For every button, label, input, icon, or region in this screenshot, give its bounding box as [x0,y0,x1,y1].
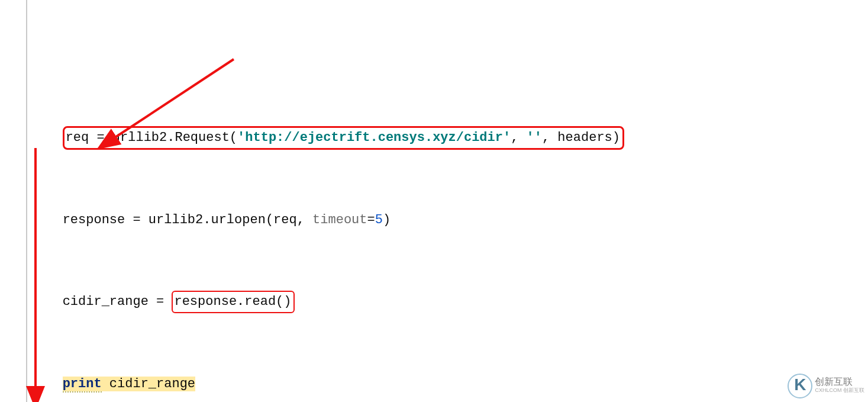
code-line: req = urllib2.Request('http://ejectrift.… [0,126,868,150]
watermark-brand: 创新互联 [815,377,864,387]
code-line: response = urllib2.urlopen(req, timeout=… [0,210,868,230]
indent-guide [26,0,27,402]
annotation-arrows [0,0,868,402]
watermark-logo-icon: K [788,374,812,398]
code-line: print cidir_range [0,374,868,394]
code-block: req = urllib2.Request('http://ejectrift.… [0,0,868,402]
highlight-box-1: req = urllib2.Request('http://ejectrift.… [63,126,624,150]
watermark: K 创新互联 CXHLCOM 创新互联 [788,374,864,398]
watermark-sub: CXHLCOM 创新互联 [815,387,864,395]
highlight-box-2: response.read() [172,291,294,313]
code-line: cidir_range = response.read() [0,291,868,313]
